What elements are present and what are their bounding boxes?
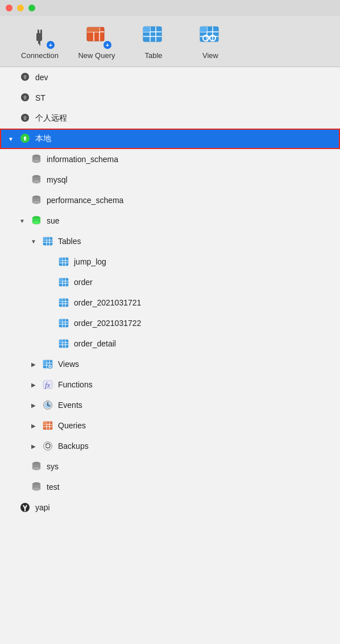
svg-point-114 bbox=[32, 487, 40, 490]
sidebar-item-mysql-label: mysql bbox=[47, 175, 68, 184]
chevron-backups: ▶ bbox=[30, 442, 38, 450]
view-icon bbox=[198, 23, 223, 48]
database-icon-info bbox=[31, 154, 42, 165]
svg-text:fx: fx bbox=[45, 381, 51, 389]
tables-icon bbox=[42, 236, 53, 247]
sidebar-item-performance-schema[interactable]: performance_schema bbox=[0, 190, 340, 210]
svg-rect-87 bbox=[43, 360, 47, 363]
svg-rect-2 bbox=[38, 30, 39, 34]
sidebar-item-local-label: 本地 bbox=[35, 134, 51, 144]
table-blue-icon-order bbox=[58, 276, 69, 288]
database-icon-perf bbox=[31, 195, 42, 206]
sidebar-item-order-detail[interactable]: order_detail bbox=[0, 333, 340, 354]
sidebar-item-queries[interactable]: ▶ Queries bbox=[0, 415, 340, 436]
sidebar-item-queries-label: Queries bbox=[58, 421, 86, 430]
table-blue-icon-order21 bbox=[58, 297, 69, 308]
table-blue-icon-order22 bbox=[58, 317, 69, 329]
close-button[interactable] bbox=[6, 5, 13, 11]
minimize-button[interactable] bbox=[17, 5, 24, 11]
sidebar-item-order-2021031721-label: order_2021031721 bbox=[74, 298, 141, 307]
sidebar-item-tables[interactable]: ▼ Tables bbox=[0, 231, 340, 251]
chevron-tables: ▼ bbox=[30, 237, 38, 245]
sidebar-item-views[interactable]: ▶ Views bbox=[0, 354, 340, 374]
sidebar-item-order-detail-label: order_detail bbox=[74, 339, 116, 348]
svg-point-96 bbox=[47, 404, 48, 406]
mysql-icon-personal bbox=[19, 113, 31, 124]
svg-point-30 bbox=[32, 159, 40, 163]
toolbar: + Connection + New Query bbox=[0, 16, 340, 67]
connection-label: Connection bbox=[21, 51, 59, 60]
svg-point-45 bbox=[32, 221, 40, 224]
sidebar-item-order-2021031721[interactable]: order_2021031721 bbox=[0, 292, 340, 313]
sidebar-item-information-schema[interactable]: information_schema bbox=[0, 149, 340, 170]
svg-point-40 bbox=[32, 200, 40, 204]
svg-rect-51 bbox=[43, 237, 47, 240]
views-icon bbox=[42, 358, 53, 370]
sidebar-item-yapi-label: yapi bbox=[35, 503, 50, 512]
sidebar-item-jump-log[interactable]: jump_log bbox=[0, 251, 340, 272]
sidebar-item-sys[interactable]: sys bbox=[0, 456, 340, 477]
connection-button[interactable]: + Connection bbox=[11, 19, 68, 64]
svg-point-109 bbox=[32, 467, 40, 470]
svg-rect-57 bbox=[59, 258, 63, 261]
sidebar-item-st[interactable]: ST bbox=[0, 88, 340, 108]
sidebar-item-st-label: ST bbox=[35, 93, 45, 102]
sidebar-item-mysql[interactable]: mysql bbox=[0, 170, 340, 190]
chevron-events: ▶ bbox=[30, 401, 38, 409]
database-icon-test bbox=[31, 481, 42, 493]
view-button[interactable]: View bbox=[182, 19, 239, 64]
svg-rect-10 bbox=[94, 27, 99, 32]
sidebar-item-dev[interactable]: dev bbox=[0, 67, 340, 88]
view-label: View bbox=[202, 51, 218, 60]
sidebar-item-backups[interactable]: ▶ Backups bbox=[0, 436, 340, 456]
queries-icon bbox=[42, 420, 53, 431]
chevron-views: ▶ bbox=[30, 360, 38, 368]
database-green-icon-sue bbox=[31, 215, 42, 226]
sidebar-item-performance-schema-label: performance_schema bbox=[47, 196, 123, 205]
table-label: Table bbox=[144, 51, 162, 60]
mysql-icon bbox=[19, 72, 31, 83]
sidebar-item-jump-log-label: jump_log bbox=[74, 257, 106, 266]
database-icon-sys bbox=[31, 461, 42, 472]
sidebar-item-personal-remote-label: 个人远程 bbox=[35, 113, 67, 123]
database-icon-mysql bbox=[31, 174, 42, 185]
sidebar: dev ST 个人远程 ▼ 本地 bbox=[0, 67, 340, 644]
table-icon bbox=[141, 23, 166, 48]
sidebar-item-yapi[interactable]: yapi bbox=[0, 497, 340, 518]
mysql-icon-st bbox=[19, 92, 31, 104]
svg-point-35 bbox=[32, 180, 40, 183]
svg-rect-63 bbox=[59, 278, 63, 281]
svg-rect-102 bbox=[43, 422, 47, 424]
sidebar-item-events[interactable]: ▶ Events bbox=[0, 395, 340, 415]
sidebar-item-personal-remote[interactable]: 个人远程 bbox=[0, 108, 340, 129]
sidebar-item-order-label: order bbox=[74, 278, 93, 287]
chevron-sue: ▼ bbox=[18, 217, 26, 225]
table-button[interactable]: Table bbox=[125, 19, 182, 64]
new-query-icon: + bbox=[84, 23, 109, 48]
yapi-icon bbox=[19, 502, 31, 513]
sidebar-item-local[interactable]: ▼ 本地 bbox=[0, 129, 340, 149]
table-blue-icon-order-detail bbox=[58, 338, 69, 349]
sidebar-item-sue-label: sue bbox=[47, 216, 60, 225]
sidebar-item-order[interactable]: order bbox=[0, 272, 340, 292]
sidebar-item-dev-label: dev bbox=[35, 73, 48, 82]
svg-rect-9 bbox=[87, 27, 94, 32]
svg-rect-81 bbox=[59, 340, 63, 342]
table-blue-icon-jump-log bbox=[58, 256, 69, 267]
sidebar-item-order-2021031722[interactable]: order_2021031722 bbox=[0, 313, 340, 333]
sidebar-item-test[interactable]: test bbox=[0, 477, 340, 497]
chevron-functions: ▶ bbox=[30, 381, 38, 389]
zoom-button[interactable] bbox=[28, 5, 35, 11]
new-query-label: New Query bbox=[78, 51, 115, 60]
sidebar-item-functions[interactable]: ▶ fx Functions bbox=[0, 374, 340, 395]
sidebar-item-functions-label: Functions bbox=[58, 380, 93, 389]
new-query-button[interactable]: + New Query bbox=[68, 19, 125, 64]
sidebar-item-sue[interactable]: ▼ sue bbox=[0, 210, 340, 231]
svg-rect-22 bbox=[200, 27, 207, 32]
sidebar-item-views-label: Views bbox=[58, 360, 79, 369]
sidebar-item-test-label: test bbox=[47, 482, 60, 492]
svg-rect-75 bbox=[59, 319, 63, 322]
new-query-plus-badge: + bbox=[103, 41, 111, 49]
sidebar-item-tables-label: Tables bbox=[58, 237, 81, 246]
svg-rect-0 bbox=[36, 33, 42, 41]
